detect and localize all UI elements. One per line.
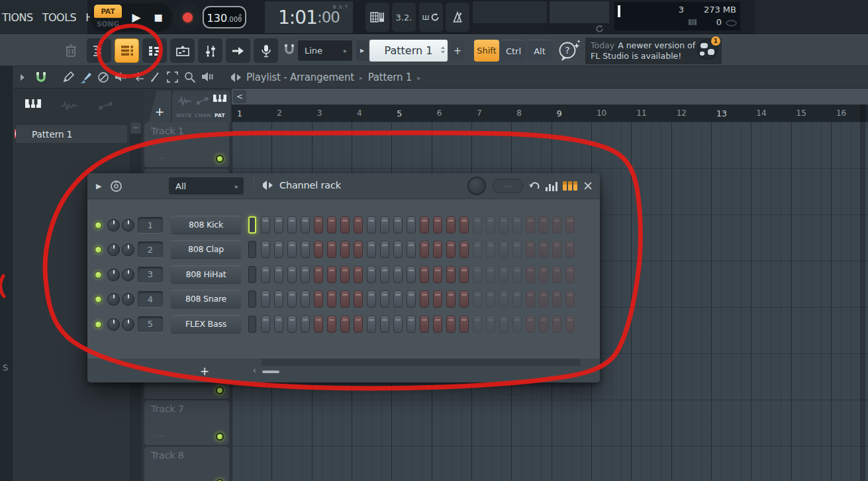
step-button[interactable] [473, 316, 482, 333]
step-button[interactable] [327, 290, 336, 308]
step-button[interactable] [552, 216, 561, 234]
step-button[interactable] [446, 316, 456, 333]
slip-tool-icon[interactable] [132, 71, 145, 82]
step-button[interactable] [287, 241, 297, 258]
tab-note-label[interactable]: NOTE [176, 112, 192, 118]
step-button[interactable] [287, 316, 297, 333]
step-button[interactable] [486, 241, 495, 258]
pattern-selector[interactable]: Pattern 1 [369, 40, 448, 62]
channel-enable-led[interactable] [95, 321, 102, 328]
step-button[interactable] [407, 266, 416, 283]
step-button[interactable] [446, 266, 456, 283]
timeline-bar-number[interactable]: 14 [756, 109, 766, 118]
step-button[interactable] [380, 241, 389, 258]
step-button[interactable] [380, 316, 389, 333]
song-mode-button[interactable]: SONG [94, 18, 122, 29]
step-button[interactable] [512, 216, 522, 234]
step-button[interactable] [354, 290, 363, 308]
timeline-bar-number[interactable]: 5 [397, 109, 402, 118]
swing-knob[interactable] [467, 177, 486, 195]
step-button[interactable] [340, 316, 350, 333]
add-pattern-button[interactable]: + [450, 40, 465, 61]
metronome-button[interactable] [446, 3, 469, 32]
add-channel-button[interactable]: + [200, 365, 209, 378]
step-button[interactable] [354, 241, 363, 258]
step-button[interactable] [473, 266, 482, 283]
channel-number[interactable]: 4 [138, 291, 163, 307]
step-button[interactable] [526, 290, 535, 308]
timeline-bar-number[interactable]: 3 [317, 109, 322, 118]
channel-pan-knob[interactable] [107, 318, 120, 331]
step-button[interactable] [393, 216, 403, 234]
pat-song-toggle[interactable]: PAT SONG [94, 5, 122, 30]
breadcrumb-current[interactable]: Pattern 1 [368, 71, 412, 83]
timeline-bar-number[interactable]: 2 [277, 109, 282, 118]
shift-key-button[interactable]: Shift [474, 40, 499, 62]
step-button[interactable] [261, 241, 270, 258]
step-button[interactable] [539, 241, 548, 258]
step-button[interactable] [552, 241, 561, 258]
step-button[interactable] [314, 316, 323, 333]
step-button[interactable] [526, 241, 535, 258]
step-button[interactable] [420, 241, 429, 258]
step-button[interactable] [287, 290, 297, 308]
timeline-bar-number[interactable]: 11 [636, 109, 646, 118]
step-button[interactable] [512, 241, 522, 258]
step-button[interactable] [287, 216, 297, 234]
step-button[interactable] [380, 266, 389, 283]
timeline-bar-number[interactable]: 15 [796, 109, 806, 118]
step-button[interactable] [446, 290, 456, 308]
step-button[interactable] [512, 266, 522, 283]
track-header[interactable]: Track 1... [144, 122, 229, 168]
picker-audio-tab-icon[interactable] [61, 101, 78, 110]
playback-tool-icon[interactable] [201, 71, 213, 82]
step-button[interactable] [459, 216, 469, 234]
channel-number[interactable]: 1 [138, 217, 163, 233]
piano-roll-button[interactable] [142, 38, 167, 63]
step-button[interactable] [314, 216, 323, 234]
step-button[interactable] [380, 290, 389, 308]
note-tab-icon[interactable] [177, 96, 192, 107]
zoom-tool-icon[interactable] [184, 71, 196, 83]
step-button[interactable] [274, 266, 283, 283]
picker-automation-tab-icon[interactable] [98, 101, 114, 110]
channel-selector-bar[interactable] [248, 241, 256, 258]
channel-selector-bar[interactable] [248, 290, 256, 308]
step-button[interactable] [433, 290, 442, 308]
picker-scroll-thumb[interactable] [130, 122, 141, 134]
channel-pan-knob[interactable] [107, 243, 120, 256]
step-button[interactable] [499, 290, 508, 308]
tab-pat-label[interactable]: PAT [215, 112, 225, 118]
channel-pan-knob[interactable] [107, 219, 120, 232]
step-button[interactable] [314, 290, 323, 308]
timeline-bar-number[interactable]: 10 [597, 109, 606, 118]
step-button[interactable] [420, 290, 429, 308]
step-button[interactable] [565, 290, 575, 308]
step-button[interactable] [261, 290, 270, 308]
timeline-bar-number[interactable]: 8 [516, 109, 522, 118]
step-button[interactable] [499, 241, 508, 258]
channel-volume-knob[interactable] [122, 293, 134, 306]
rack-scroll-handle[interactable] [262, 371, 279, 373]
playlist-hscrollbar[interactable]: < [232, 89, 868, 105]
step-button[interactable] [340, 216, 350, 234]
timeline-bar-number[interactable]: 13 [716, 109, 727, 118]
track-enable-led[interactable] [216, 386, 224, 394]
step-button[interactable] [380, 216, 389, 234]
channel-volume-knob[interactable] [122, 243, 134, 256]
channel-number[interactable]: 2 [138, 241, 163, 257]
channel-number[interactable]: 5 [138, 316, 163, 332]
step-button[interactable] [274, 241, 283, 258]
step-button[interactable] [473, 216, 482, 234]
snap-magnet-icon[interactable] [283, 44, 295, 56]
mixer-button[interactable] [198, 38, 222, 63]
step-button[interactable] [314, 266, 323, 283]
pattern-nav-button[interactable]: ▶ [356, 40, 368, 61]
zoom-to-fit-icon[interactable] [167, 71, 178, 83]
step-button[interactable] [552, 316, 561, 333]
channel-enable-led[interactable] [95, 222, 102, 229]
step-button[interactable] [301, 216, 310, 234]
stop-button[interactable]: ■ [148, 5, 168, 30]
menu-item-tools[interactable]: TOOLS [42, 11, 77, 24]
step-button[interactable] [354, 266, 363, 283]
